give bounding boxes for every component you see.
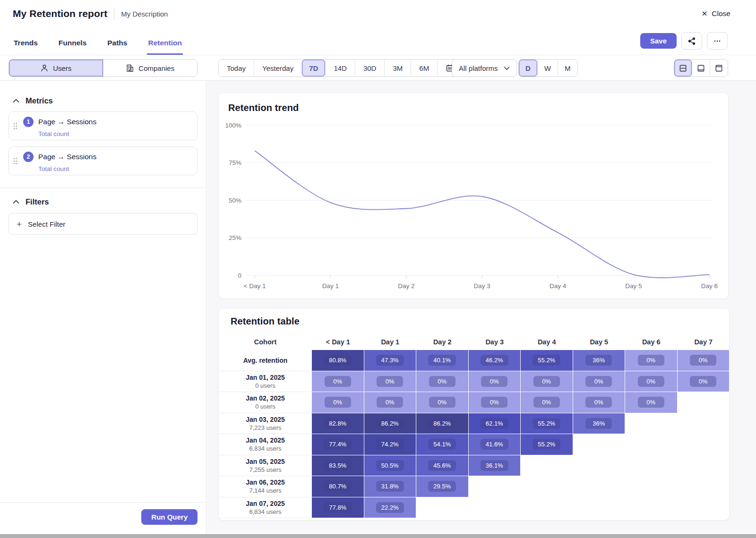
retention-value-badge: 36% [585,355,612,366]
retention-value-badge: 83.5% [324,460,352,471]
retention-value-badge: 0% [638,376,664,387]
cohort-name: Jan 04, 2025 [246,436,285,444]
retention-value-badge: 0% [585,397,612,408]
metric-card-1[interactable]: 1Page → SessionsTotal count [9,111,198,140]
cohort-users: 0 users [255,403,275,410]
tab-trends[interactable]: Trends [13,39,39,55]
range-6m-button[interactable]: 6M [411,60,437,77]
column-header-day-4: Day 4 [521,338,573,346]
table-row: Jan 03, 20257,223 users82.8%86.2%86.2%62… [219,413,730,435]
sidebar-divider [0,188,206,188]
metric-card-2[interactable]: 2Page → SessionsTotal count [9,146,198,175]
query-sidebar: Metrics 1Page → SessionsTotal count2Page… [0,81,206,538]
tab-retention[interactable]: Retention [147,39,182,55]
retention-cell: 55.2% [521,413,573,435]
plus-icon: + [17,220,22,229]
layout-split-rows-button[interactable] [674,60,692,77]
retention-value-badge: 77.8% [324,502,352,513]
retention-value-badge: 54.1% [428,439,456,450]
platforms-dropdown[interactable]: All platforms [452,59,517,77]
share-button[interactable] [681,32,702,50]
layout-top-panel-button[interactable] [710,60,728,77]
range-7d-button[interactable]: 7D [301,60,325,77]
range-3m-button[interactable]: 3M [384,60,411,77]
retention-trend-card: Retention trend 100%75%50%25%0< Day 1Day… [218,93,729,299]
retention-value-badge: 86.2% [376,418,404,429]
layout-bottom-panel-button[interactable] [692,60,710,77]
range-today-button[interactable]: Today [219,60,254,77]
filters-title: Filters [26,197,49,206]
retention-value-badge: 55.2% [533,439,560,450]
retention-cell: 77.4% [312,434,364,455]
retention-value-badge: 0% [533,376,560,387]
tab-paths[interactable]: Paths [106,39,128,55]
metric-name: Page → Sessions [38,118,96,126]
range-yesterday-button[interactable]: Yesterday [254,60,301,77]
retention-value-badge: 0% [533,397,560,408]
chevron-down-icon [504,66,510,70]
save-button[interactable]: Save [640,33,677,49]
drag-handle-icon[interactable] [13,157,17,164]
header: My Retention report My Description ✕ Clo… [0,0,756,55]
tab-funnels[interactable]: Funnels [58,39,87,55]
entity-users-button[interactable]: Users [9,60,103,77]
metric-aggregation[interactable]: Total count [38,165,69,172]
granularity-toggle: DWM [518,59,578,77]
column-header-day-2: Day 2 [416,338,469,346]
retention-value-badge: 36.1% [481,460,508,471]
run-query-button[interactable]: Run Query [141,509,198,525]
granularity-d-button[interactable]: D [519,60,537,77]
retention-cell: 0% [312,392,364,413]
title-row: My Retention report My Description [13,8,168,20]
cohort-name: Jan 03, 2025 [246,416,285,423]
column-header--day-1: < Day 1 [312,338,364,346]
select-filter-button[interactable]: + Select Filter [9,213,198,235]
metric-aggregation[interactable]: Total count [38,130,69,137]
close-label: Close [712,9,730,18]
retention-cell: 83.5% [312,455,364,477]
toolbar: UsersCompanies TodayYesterday7D14D30D3M6… [0,55,756,81]
retention-value-badge: 55.2% [533,355,560,366]
title-divider [114,8,114,20]
svg-text:Day 2: Day 2 [398,282,414,290]
entity-toggle: UsersCompanies [9,59,198,77]
granularity-w-button[interactable]: W [537,60,558,77]
entity-label: Companies [138,64,174,72]
cohort-name: Jan 01, 2025 [246,374,285,381]
retention-cell: 36% [573,413,626,435]
window-bottom-edge [0,534,756,538]
cohort-name: Jan 05, 2025 [246,458,285,465]
retention-cell: 36.1% [469,455,521,477]
more-options-button[interactable] [707,32,728,50]
close-button[interactable]: ✕ Close [702,9,730,18]
person-icon [40,64,49,72]
retention-cell: 29.5% [416,476,469,497]
table-row: Jan 01, 20250 users0%0%0%0%0%0%0%0% [219,371,730,393]
retention-cell: 55.2% [521,434,573,455]
retention-cell: 62.1% [469,413,521,435]
metric-index-badge: 1 [23,117,34,127]
metric-index-badge: 2 [23,152,34,162]
retention-value-badge: 47.3% [376,355,404,366]
svg-text:< Day 1: < Day 1 [244,282,266,290]
retention-value-badge: 0% [585,376,612,387]
retention-value-badge: 0% [377,376,403,387]
range-14d-button[interactable]: 14D [325,60,355,77]
metrics-list: 1Page → SessionsTotal count2Page → Sessi… [0,111,206,175]
cohort-name: Jan 07, 2025 [246,500,285,507]
filters-section-header[interactable]: Filters [13,197,206,206]
granularity-m-button[interactable]: M [558,60,577,77]
layout-toggle [674,59,728,77]
range-30d-button[interactable]: 30D [355,60,385,77]
entity-companies-button[interactable]: Companies [103,60,198,77]
cohort-users: 6,834 users [249,445,282,452]
table-row: Avg. retention80.8%47.3%40.1%46.2%55.2%3… [219,350,730,371]
metric-name: Page → Sessions [38,153,96,161]
cohort-label: Jan 04, 20256,834 users [219,434,312,455]
retention-cell: 0% [678,350,730,371]
svg-text:Day 3: Day 3 [474,282,490,290]
platforms-label: All platforms [459,64,498,72]
metrics-section-header[interactable]: Metrics [13,96,206,105]
drag-handle-icon[interactable] [13,122,17,129]
cohort-users: 7,255 users [249,466,282,473]
